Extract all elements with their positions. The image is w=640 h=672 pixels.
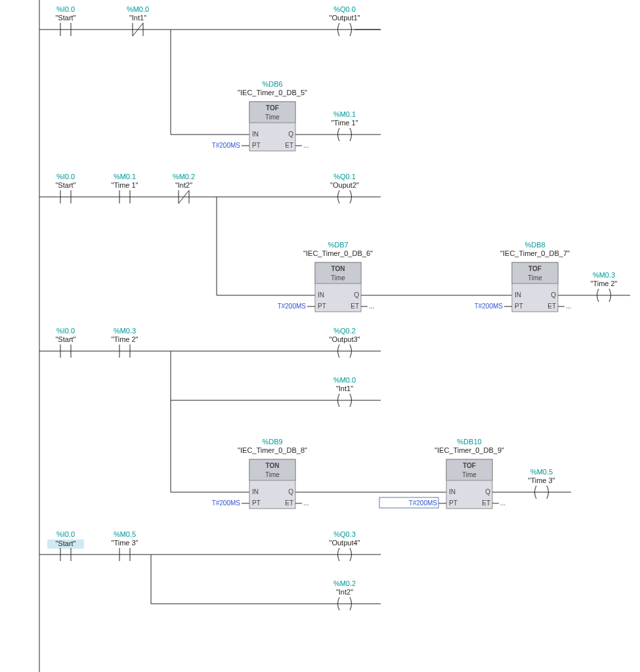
svg-text:PT: PT — [252, 499, 261, 507]
svg-text:%M0.3: %M0.3 — [114, 327, 136, 335]
svg-text:"Start": "Start" — [55, 335, 75, 343]
coil-int1: %M0.0 "Int1" — [333, 376, 356, 407]
svg-text:PT: PT — [449, 499, 458, 507]
svg-text:Time: Time — [462, 471, 477, 478]
coil-int2: %M0.2 "Int2" — [333, 579, 356, 610]
svg-text:Q: Q — [288, 488, 293, 495]
svg-text:%I0.0: %I0.0 — [56, 5, 75, 13]
svg-text:PT: PT — [318, 303, 326, 310]
svg-text:TON: TON — [266, 462, 280, 469]
svg-text:%DB10: %DB10 — [457, 438, 481, 446]
timer-tof-db6: %DB6 "IEC_Timer_0_DB_5" TOF Time IN Q PT… — [212, 80, 309, 151]
svg-text:"IEC_Timer_0_DB_9": "IEC_Timer_0_DB_9" — [435, 446, 504, 454]
svg-text:"Time 1": "Time 1" — [111, 181, 138, 189]
svg-text:%M0.3: %M0.3 — [593, 271, 615, 279]
svg-text:"IEC_Timer_0_DB_5": "IEC_Timer_0_DB_5" — [238, 89, 307, 96]
svg-text:ET: ET — [482, 499, 490, 507]
svg-text:"Int2": "Int2" — [175, 181, 192, 189]
svg-text:"Time 3": "Time 3" — [528, 476, 555, 484]
svg-text:%DB9: %DB9 — [262, 438, 282, 446]
svg-text:"Output4": "Output4" — [330, 539, 360, 547]
svg-text:IN: IN — [318, 291, 324, 299]
svg-text:Q: Q — [485, 488, 490, 495]
svg-text:%DB8: %DB8 — [524, 241, 545, 249]
svg-text:TOF: TOF — [528, 265, 542, 272]
svg-text:IN: IN — [515, 291, 521, 299]
coil-time3: %M0.5 "Time 3" — [528, 468, 555, 499]
contact-int2-nc: %M0.2 "Int2" — [173, 173, 195, 203]
contact-start-2: %I0.0 "Start" — [55, 173, 75, 203]
svg-text:...: ... — [303, 499, 309, 507]
svg-text:...: ... — [369, 303, 374, 310]
svg-text:%Q0.0: %Q0.0 — [333, 5, 356, 13]
contact-time1: %M0.1 "Time 1" — [111, 173, 138, 203]
svg-text:%DB7: %DB7 — [328, 241, 348, 249]
timer-tof-db10: %DB10 "IEC_Timer_0_DB_9" TOF Time IN Q P… — [379, 438, 505, 509]
contact-start-4[interactable]: %I0.0 "Start" — [47, 530, 84, 561]
svg-text:"IEC_Timer_0_DB_7": "IEC_Timer_0_DB_7" — [500, 249, 570, 257]
timer-ton-db7: %DB7 "IEC_Timer_0_DB_6" TON Time IN Q PT… — [278, 241, 375, 312]
svg-text:%I0.0: %I0.0 — [56, 530, 75, 538]
svg-text:ET: ET — [285, 499, 293, 507]
svg-text:Time: Time — [265, 471, 280, 478]
svg-text:"Start": "Start" — [55, 539, 75, 547]
svg-text:%Q0.3: %Q0.3 — [333, 530, 356, 538]
svg-text:%M0.2: %M0.2 — [173, 173, 195, 180]
ladder-diagram: %I0.0 "Start" %M0.0 "Int1" %Q0.0 "Output… — [0, 0, 640, 672]
svg-text:%M0.5: %M0.5 — [114, 530, 136, 538]
svg-text:"Output1": "Output1" — [330, 14, 360, 22]
svg-text:"Int1": "Int1" — [336, 385, 353, 392]
svg-text:Q: Q — [354, 291, 359, 299]
contact-time3: %M0.5 "Time 3" — [111, 530, 138, 561]
coil-output4: %Q0.3 "Output4" — [330, 530, 360, 561]
svg-text:Time: Time — [528, 274, 542, 282]
svg-text:T#200MS: T#200MS — [278, 303, 307, 310]
svg-text:"Int1": "Int1" — [129, 14, 146, 22]
svg-text:IN: IN — [252, 488, 259, 495]
svg-text:T#200MS: T#200MS — [475, 303, 503, 310]
svg-text:T#200MS: T#200MS — [212, 142, 241, 149]
svg-text:...: ... — [566, 303, 571, 310]
coil-time1: %M0.1 "Time 1" — [331, 110, 358, 141]
svg-text:IN: IN — [449, 488, 456, 495]
svg-text:%M0.0: %M0.0 — [127, 5, 149, 13]
svg-text:TOF: TOF — [463, 462, 476, 469]
svg-text:"IEC_Timer_0_DB_8": "IEC_Timer_0_DB_8" — [238, 446, 307, 454]
contact-start-1: %I0.0 "Start" — [55, 5, 75, 36]
contact-int1-nc: %M0.0 "Int1" — [127, 5, 149, 36]
contact-time2: %M0.3 "Time 2" — [111, 327, 138, 358]
svg-text:IN: IN — [252, 131, 259, 138]
svg-text:%M0.1: %M0.1 — [114, 173, 136, 180]
coil-output1: %Q0.0 "Output1" — [330, 5, 381, 36]
svg-text:ET: ET — [285, 142, 293, 149]
coil-time2: %M0.3 "Time 2" — [590, 271, 617, 302]
svg-text:TON: TON — [331, 265, 345, 272]
svg-text:%M0.5: %M0.5 — [530, 468, 553, 476]
svg-text:"Time 2": "Time 2" — [111, 335, 138, 343]
svg-text:"Time 1": "Time 1" — [331, 119, 358, 127]
svg-text:Q: Q — [288, 131, 293, 138]
svg-text:Time: Time — [265, 114, 280, 121]
svg-text:T#200MS: T#200MS — [212, 499, 241, 507]
svg-text:"Time 3": "Time 3" — [111, 539, 138, 547]
svg-text:"Start": "Start" — [55, 181, 75, 189]
svg-text:%DB6: %DB6 — [262, 80, 282, 88]
coil-output3: %Q0.2 "Output3" — [330, 327, 360, 358]
svg-text:...: ... — [303, 142, 309, 149]
svg-text:TOF: TOF — [266, 104, 279, 112]
svg-text:PT: PT — [252, 142, 261, 149]
svg-text:%I0.0: %I0.0 — [56, 173, 75, 180]
svg-text:"IEC_Timer_0_DB_6": "IEC_Timer_0_DB_6" — [303, 249, 373, 257]
contact-start-3: %I0.0 "Start" — [55, 327, 75, 358]
svg-text:"Int2": "Int2" — [336, 588, 353, 596]
svg-text:ET: ET — [547, 303, 556, 310]
svg-text:"Output3": "Output3" — [330, 335, 360, 343]
svg-text:...: ... — [500, 499, 505, 507]
svg-text:"Start": "Start" — [55, 14, 75, 22]
svg-text:Q: Q — [551, 291, 556, 299]
svg-text:PT: PT — [515, 303, 523, 310]
svg-text:ET: ET — [351, 303, 359, 310]
svg-text:Time: Time — [331, 274, 345, 282]
svg-text:%Q0.2: %Q0.2 — [333, 327, 356, 335]
coil-output2: %Q0.1 "Ouput2" — [330, 173, 359, 203]
